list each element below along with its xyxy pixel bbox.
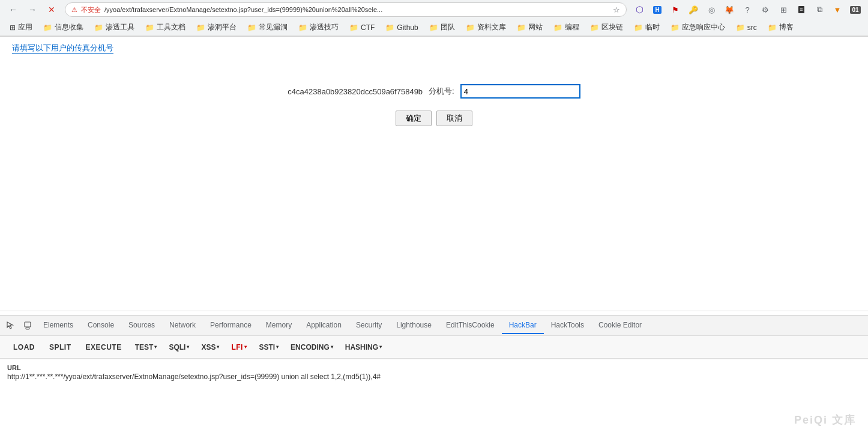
hackbar-ssti-dropdown[interactable]: SSTI ▾	[254, 341, 283, 354]
extension-menu-icon[interactable]: ⊞	[776, 2, 791, 17]
tab-application[interactable]: Application	[299, 317, 349, 334]
tab-hacktools[interactable]: HackTools	[544, 317, 591, 334]
folder-icon-2: 📁	[94, 23, 103, 32]
folder-icon-12: 📁	[553, 23, 562, 32]
browser-chrome: ← → ✕ ⚠ 不安全 /yyoa/ext/trafaxserver/Extno…	[0, 0, 868, 37]
bookmark-common-vuln-label: 常见漏洞	[259, 22, 288, 32]
tab-console[interactable]: Console	[80, 317, 121, 334]
bookmark-blog[interactable]: 📁 博客	[763, 21, 798, 34]
folder-icon-16: 📁	[736, 23, 745, 32]
tab-memory[interactable]: Memory	[259, 317, 299, 334]
bookmark-ctf[interactable]: 📁 CTF	[345, 22, 379, 33]
tab-hackbar[interactable]: HackBar	[502, 317, 544, 334]
extension-gear-icon[interactable]: ⚙	[758, 2, 773, 17]
bookmarks-bar: ⊞ 应用 📁 信息收集 📁 渗透工具 📁 工具文档 📁 渗洞平台 📁 常见漏洞 …	[0, 19, 868, 36]
cancel-button[interactable]: 取消	[436, 111, 472, 126]
folder-icon-17: 📁	[768, 23, 777, 32]
extension-q-icon[interactable]: ?	[740, 2, 755, 17]
extension-ext-icon[interactable]: ⧉	[812, 2, 827, 17]
tab-elements[interactable]: Elements	[36, 317, 80, 334]
bookmark-blockchain[interactable]: 📁 区块链	[585, 21, 628, 34]
bookmark-coding[interactable]: 📁 编程	[549, 21, 584, 34]
extension-h-icon[interactable]: H	[649, 2, 665, 17]
hackbar-url-area: URL http://1**.***.**.***/yyoa/ext/trafa…	[0, 359, 868, 386]
bookmark-info-gather[interactable]: 📁 信息收集	[38, 21, 88, 34]
bookmark-tool-docs-label: 工具文档	[157, 22, 185, 32]
bookmark-apps[interactable]: ⊞ 应用	[5, 21, 37, 34]
insecure-icon: ⚠	[71, 6, 77, 14]
bookmark-info-gather-label: 信息收集	[55, 22, 83, 32]
bookmark-pentest-skills[interactable]: 📁 渗透技巧	[294, 21, 343, 34]
bookmark-emergency[interactable]: 📁 应急响应中心	[666, 21, 730, 34]
bookmark-src[interactable]: 📁 src	[731, 22, 762, 33]
url-value: http://1**.***.**.***/yyoa/ext/trafaxser…	[7, 373, 861, 381]
insecure-label: 不安全	[81, 5, 101, 14]
bookmark-team[interactable]: 📁 团队	[424, 21, 460, 34]
folder-icon-4: 📁	[196, 23, 205, 32]
hackbar-lfi-dropdown[interactable]: LFI ▾	[226, 341, 252, 354]
extension-switch-icon[interactable]: ≡	[794, 2, 809, 17]
tab-cookie-editor[interactable]: Cookie Editor	[591, 317, 649, 334]
extension-fox-icon[interactable]: 🦊	[722, 2, 737, 17]
hackbar-xss-dropdown[interactable]: XSS ▾	[196, 341, 224, 354]
bookmark-common-vuln[interactable]: 📁 常见漏洞	[243, 21, 292, 34]
bookmark-vuln-platform[interactable]: 📁 渗洞平台	[191, 21, 241, 34]
bookmark-blockchain-label: 区块链	[601, 22, 623, 32]
extension-puzzle-icon[interactable]: ⬡	[631, 2, 647, 17]
tab-sources[interactable]: Sources	[121, 317, 162, 334]
bookmark-github-label: Github	[397, 23, 418, 32]
bookmark-github[interactable]: 📁 Github	[381, 22, 423, 33]
fax-extension-input[interactable]	[460, 84, 580, 99]
folder-icon-14: 📁	[634, 23, 643, 32]
reload-button[interactable]: ✕	[43, 2, 60, 17]
hackbar-test-dropdown[interactable]: TEST ▾	[130, 341, 162, 354]
hackbar-sqli-dropdown[interactable]: SQLI ▾	[164, 341, 194, 354]
folder-icon-8: 📁	[385, 23, 394, 32]
extension-flag-icon[interactable]: ⚑	[668, 2, 683, 17]
tab-editthiscookie[interactable]: EditThisCookie	[439, 317, 502, 334]
devtools-device-icon[interactable]	[19, 317, 36, 334]
bookmark-tool-docs[interactable]: 📁 工具文档	[140, 21, 190, 34]
buttons-row: 确定 取消	[396, 111, 472, 126]
devtools-tabs: Elements Console Sources Network Perform…	[0, 315, 868, 336]
hash-label: c4ca4238a0b923820dcc509a6f75849b	[288, 87, 423, 96]
extension-key-icon[interactable]: 🔑	[686, 2, 701, 17]
hackbar-split-button[interactable]: SPLIT	[43, 341, 77, 354]
bookmark-blog-label: 博客	[779, 22, 794, 32]
tab-performance[interactable]: Performance	[203, 317, 259, 334]
lfi-arrow-icon: ▾	[244, 344, 247, 350]
extension-arrow-icon[interactable]: ▼	[830, 2, 845, 17]
address-bar[interactable]: ⚠ 不安全 /yyoa/ext/trafaxserver/ExtnoManage…	[65, 2, 627, 17]
tab-lighthouse[interactable]: Lighthouse	[389, 317, 439, 334]
hackbar-execute-button[interactable]: EXECUTE	[80, 341, 128, 354]
form-area: c4ca4238a0b923820dcc509a6f75849b 分机号: 确定…	[12, 66, 856, 144]
bookmark-star-icon[interactable]: ☆	[613, 5, 620, 14]
bookmark-resources[interactable]: 📁 资料文库	[461, 21, 511, 34]
confirm-button[interactable]: 确定	[396, 111, 432, 126]
extension-01-icon[interactable]: 01	[848, 2, 863, 17]
bookmark-temp[interactable]: 📁 临时	[629, 21, 665, 34]
back-button[interactable]: ←	[5, 2, 22, 17]
hackbar-load-button[interactable]: LOAD	[7, 341, 41, 354]
folder-icon-5: 📁	[247, 23, 256, 32]
folder-icon-7: 📁	[349, 23, 358, 32]
hackbar-encoding-dropdown[interactable]: ENCODING ▾	[286, 341, 338, 354]
bookmark-team-label: 团队	[441, 22, 455, 32]
folder-icon-9: 📁	[429, 23, 438, 32]
tab-security[interactable]: Security	[349, 317, 389, 334]
bookmark-apps-label: 应用	[18, 22, 32, 32]
forward-button[interactable]: →	[24, 2, 41, 17]
folder-icon-10: 📁	[466, 23, 475, 32]
page-instruction: 请填写以下用户的传真分机号	[12, 43, 113, 54]
hackbar-toolbar: LOAD SPLIT EXECUTE TEST ▾ SQLI ▾ XSS ▾ L…	[0, 336, 868, 359]
devtools-select-icon[interactable]	[2, 317, 19, 334]
page-content: 请填写以下用户的传真分机号 c4ca4238a0b923820dcc509a6f…	[0, 37, 868, 311]
bookmark-website[interactable]: 📁 网站	[512, 21, 547, 34]
nav-buttons: ← → ✕	[5, 2, 60, 17]
bookmark-pentest-tools-label: 渗透工具	[106, 22, 134, 32]
hackbar-hashing-dropdown[interactable]: HASHING ▾	[340, 341, 387, 354]
apps-grid-icon: ⊞	[10, 23, 16, 32]
extension-circle-icon[interactable]: ◎	[704, 2, 719, 17]
tab-network[interactable]: Network	[162, 317, 203, 334]
bookmark-pentest-tools[interactable]: 📁 渗透工具	[89, 21, 139, 34]
